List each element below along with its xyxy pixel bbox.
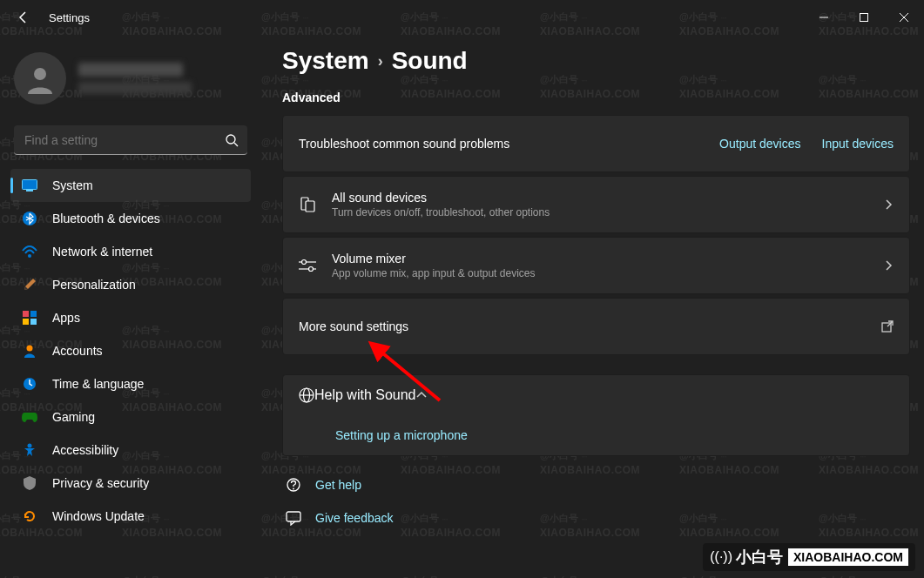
chevron-right-icon: › — [378, 52, 383, 71]
give-feedback-label: Give feedback — [315, 511, 394, 525]
watermark-cn: 小白号 — [736, 547, 783, 568]
personalization-icon — [21, 276, 38, 293]
avatar — [14, 52, 66, 104]
breadcrumb-current: Sound — [392, 47, 468, 75]
watermark-url: XIAOBAIHAO.COM — [788, 548, 908, 566]
output-devices-link[interactable]: Output devices — [719, 137, 800, 151]
user-email-redacted — [78, 82, 192, 94]
nav-network[interactable]: Network & internet — [10, 235, 251, 268]
system-icon — [21, 177, 38, 194]
svg-point-5 — [226, 135, 235, 144]
svg-point-23 — [309, 267, 314, 272]
accounts-icon — [21, 342, 38, 360]
close-button[interactable] — [884, 3, 924, 31]
back-button[interactable] — [10, 4, 37, 30]
nav-privacy[interactable]: Privacy & security — [10, 467, 251, 500]
nav-personalization[interactable]: Personalization — [10, 268, 251, 301]
nav-label: Accounts — [52, 344, 103, 358]
nav-accessibility[interactable]: Accessibility — [10, 434, 251, 467]
search-input[interactable] — [14, 125, 247, 155]
watermark-brand: ((·)) 小白号 XIAOBAIHAO.COM — [703, 543, 915, 571]
update-icon — [21, 507, 38, 525]
nav-apps[interactable]: Apps — [10, 301, 251, 334]
nav-gaming[interactable]: Gaming — [10, 400, 251, 434]
feedback-icon — [284, 508, 303, 528]
nav-label: Network & internet — [52, 245, 152, 259]
more-sound-settings-row[interactable]: More sound settings — [283, 299, 909, 354]
gaming-icon — [21, 408, 38, 426]
nav-time-language[interactable]: Time & language — [10, 367, 251, 400]
nav-label: Bluetooth & devices — [52, 212, 160, 225]
nav-label: Apps — [52, 311, 80, 325]
svg-point-17 — [28, 444, 32, 448]
wifi-icon: ((·)) — [710, 549, 732, 565]
privacy-icon — [21, 474, 38, 492]
help-title: Help with Sound — [314, 387, 416, 403]
svg-point-29 — [293, 488, 294, 490]
help-icon — [284, 475, 303, 494]
chevron-right-icon — [883, 199, 894, 210]
give-feedback-link[interactable]: Give feedback — [282, 501, 910, 534]
main-content: System › Sound Advanced Troubleshoot com… — [261, 35, 924, 578]
time-language-icon — [21, 375, 38, 393]
accessibility-icon — [21, 441, 38, 459]
breadcrumb: System › Sound — [282, 47, 910, 75]
svg-rect-1 — [860, 14, 868, 22]
nav-system[interactable]: System — [10, 169, 251, 202]
mixer-icon — [299, 257, 316, 274]
get-help-label: Get help — [315, 478, 361, 492]
troubleshoot-row: Troubleshoot common sound problems Outpu… — [283, 116, 909, 171]
svg-rect-14 — [30, 319, 37, 325]
svg-point-10 — [28, 254, 31, 258]
svg-line-6 — [234, 143, 238, 146]
user-name-redacted — [78, 63, 183, 77]
section-advanced: Advanced — [282, 91, 910, 104]
search-icon — [225, 133, 239, 147]
mixer-title: Volume mixer — [332, 252, 883, 265]
nav-label: Windows Update — [52, 509, 145, 523]
apps-icon — [21, 309, 38, 326]
get-help-link[interactable]: Get help — [282, 468, 910, 501]
svg-rect-13 — [23, 319, 29, 325]
chevron-up-icon — [416, 390, 427, 400]
svg-rect-30 — [287, 512, 300, 521]
setup-microphone-link[interactable]: Setting up a microphone — [335, 428, 468, 442]
user-block[interactable] — [3, 44, 258, 122]
svg-point-15 — [27, 346, 33, 352]
titlebar: Settings — [0, 0, 924, 35]
all-devices-sub: Turn devices on/off, troubleshoot, other… — [332, 206, 883, 218]
all-sound-devices-row[interactable]: All sound devices Turn devices on/off, t… — [283, 177, 909, 232]
nav-label: Gaming — [52, 410, 95, 424]
nav-accounts[interactable]: Accounts — [10, 334, 251, 367]
external-link-icon — [881, 320, 894, 333]
setup-microphone-row[interactable]: Setting up a microphone — [283, 415, 909, 455]
nav-label: Privacy & security — [52, 476, 149, 490]
sidebar: System Bluetooth & devices Network & int… — [0, 35, 261, 578]
volume-mixer-row[interactable]: Volume mixer App volume mix, app input &… — [283, 238, 909, 293]
window-title: Settings — [49, 11, 90, 24]
help-with-sound-row[interactable]: Help with Sound — [283, 375, 909, 415]
svg-rect-7 — [23, 180, 37, 190]
svg-rect-8 — [26, 190, 33, 192]
nav-label: System — [52, 178, 93, 192]
breadcrumb-parent[interactable]: System — [282, 47, 369, 75]
troubleshoot-title: Troubleshoot common sound problems — [299, 137, 719, 151]
svg-point-21 — [302, 260, 307, 265]
network-icon — [21, 243, 38, 260]
input-devices-link[interactable]: Input devices — [822, 137, 894, 151]
globe-icon — [299, 387, 314, 403]
nav-bluetooth[interactable]: Bluetooth & devices — [10, 202, 251, 235]
nav-label: Time & language — [52, 377, 144, 391]
nav-label: Accessibility — [52, 443, 118, 457]
nav: System Bluetooth & devices Network & int… — [3, 169, 258, 569]
more-sound-title: More sound settings — [299, 319, 881, 333]
all-devices-title: All sound devices — [332, 191, 883, 205]
search-box[interactable] — [14, 125, 247, 155]
svg-rect-19 — [306, 201, 314, 212]
nav-windows-update[interactable]: Windows Update — [10, 500, 251, 533]
svg-rect-12 — [30, 311, 37, 317]
mixer-sub: App volume mix, app input & output devic… — [332, 267, 883, 279]
maximize-button[interactable] — [844, 3, 884, 31]
minimize-button[interactable] — [804, 3, 844, 31]
chevron-right-icon — [883, 260, 894, 271]
